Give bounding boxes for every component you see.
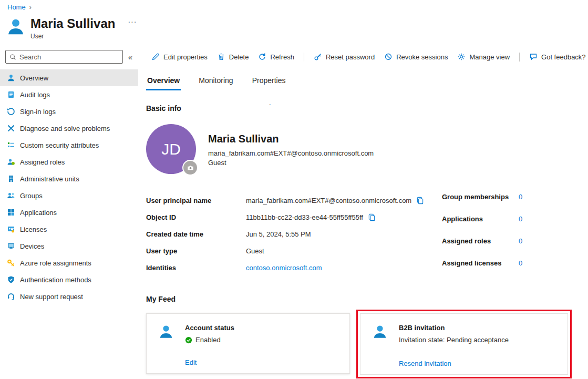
shield-icon (7, 275, 15, 284)
count-value[interactable]: 0 (519, 215, 522, 237)
count-row-assigned-roles: Assigned roles 0 (442, 237, 522, 259)
security-attributes-icon (7, 141, 15, 149)
sidebar-item-administrative-units[interactable]: Administrative units (0, 170, 138, 187)
assigned-roles-icon (7, 158, 15, 166)
count-label: Applications (442, 215, 519, 237)
stray-dot: . (269, 99, 271, 107)
count-list: Group memberships 0 Applications 0 Assig… (442, 192, 522, 281)
card-b2b-invitation: B2B invitation Invitation state: Pending… (360, 313, 568, 375)
sidebar-item-audit-logs[interactable]: Audit logs (0, 86, 138, 103)
toolbar-label: Refresh (270, 53, 294, 61)
card-title: Account status (185, 324, 341, 332)
sidebar-item-licenses[interactable]: Licenses (0, 221, 138, 238)
azure-user-overview-page: Home › Maria Sullivan ··· User « (0, 0, 588, 379)
sidebar-item-assigned-roles[interactable]: Assigned roles (0, 153, 138, 170)
highlight-box: B2B invitation Invitation state: Pending… (356, 310, 572, 378)
sidebar-nav: Overview Audit logs Sign-in logs Diagnos… (0, 69, 138, 305)
page-subtitle: User (30, 33, 137, 40)
field-label: Created date time (146, 230, 246, 238)
field-value: Guest (246, 247, 264, 255)
main-content: Edit properties Delete Refresh Reset pas… (146, 50, 588, 379)
camera-icon[interactable] (182, 160, 198, 176)
toolbar-label: Manage view (469, 53, 510, 61)
sidebar-item-label: Audit logs (20, 91, 50, 99)
sidebar-item-custom-security-attributes[interactable]: Custom security attributes (0, 137, 138, 153)
sidebar-item-label: Licenses (20, 226, 47, 233)
manage-view-button[interactable]: Manage view (457, 53, 510, 61)
more-options-button[interactable]: ··· (128, 17, 137, 26)
sidebar-item-label: New support request (20, 293, 83, 301)
sidebar-item-diagnose[interactable]: Diagnose and solve problems (0, 120, 138, 137)
field-label: Object ID (146, 213, 246, 221)
field-value: 11bb11bb-cc22-dd33-ee44-55ff55ff55ff (246, 213, 363, 221)
refresh-icon (258, 53, 266, 61)
collapse-sidebar-button[interactable]: « (125, 52, 136, 63)
identities-link[interactable]: contoso.onmicrosoft.com (246, 264, 322, 272)
person-icon (7, 74, 15, 82)
count-value[interactable]: 0 (519, 193, 522, 215)
sidebar-item-devices[interactable]: Devices (0, 238, 138, 254)
search-input[interactable] (19, 53, 119, 61)
sidebar-item-azure-role-assignments[interactable]: Azure role assignments (0, 254, 138, 271)
count-row-group-memberships: Group memberships 0 (442, 193, 522, 215)
sidebar: « Overview Audit logs Sign-in logs Diagn… (0, 50, 138, 379)
breadcrumb: Home › (7, 3, 32, 11)
field-row-user-principal-name: User principal name maria_fabrikam.com#E… (146, 192, 442, 209)
sidebar-item-groups[interactable]: Groups (0, 187, 138, 204)
card-account-status: Account status Enabled Edit (146, 313, 350, 374)
sidebar-item-label: Applications (20, 209, 57, 217)
toolbar-label: Revoke sessions (396, 53, 448, 61)
feedback-icon (529, 53, 538, 61)
toolbar-separator (519, 53, 520, 62)
sidebar-item-label: Azure role assignments (20, 259, 91, 267)
sidebar-item-applications[interactable]: Applications (0, 204, 138, 221)
key-icon (7, 259, 15, 267)
field-label: Identities (146, 264, 246, 272)
search-box (5, 50, 123, 64)
breadcrumb-home-link[interactable]: Home (7, 3, 26, 11)
profile-user-type: Guest (208, 159, 374, 167)
sidebar-item-label: Devices (20, 242, 44, 250)
trash-icon (217, 53, 225, 61)
sidebar-item-sign-in-logs[interactable]: Sign-in logs (0, 103, 138, 120)
resend-invitation-link[interactable]: Resend invitation (399, 360, 451, 367)
tab-properties[interactable]: Properties (251, 76, 287, 90)
diagnose-icon (7, 124, 15, 132)
got-feedback-button[interactable]: Got feedback? (529, 53, 586, 61)
sidebar-item-label: Diagnose and solve problems (20, 125, 110, 132)
sidebar-item-label: Authentication methods (20, 276, 91, 284)
copy-icon[interactable] (368, 213, 376, 221)
groups-icon (7, 191, 15, 200)
sidebar-item-new-support-request[interactable]: New support request (0, 288, 138, 305)
refresh-button[interactable]: Refresh (258, 53, 294, 61)
copy-icon[interactable] (416, 197, 424, 204)
person-icon (158, 324, 174, 340)
tab-overview[interactable]: Overview (146, 76, 181, 90)
field-row-identities: Identities contoso.onmicrosoft.com (146, 259, 442, 276)
count-value[interactable]: 0 (519, 259, 522, 281)
block-icon (384, 53, 393, 61)
tab-monitoring[interactable]: Monitoring (198, 76, 234, 90)
revoke-sessions-button[interactable]: Revoke sessions (384, 53, 448, 61)
sidebar-item-label: Groups (20, 192, 43, 200)
check-circle-icon (185, 336, 192, 344)
overview-panel: Basic info . JD Maria Sullivan maria_fab… (146, 90, 588, 378)
sidebar-item-label: Overview (20, 74, 48, 82)
edit-link[interactable]: Edit (185, 358, 197, 366)
avatar-initials: JD (161, 140, 181, 158)
sidebar-item-authentication-methods[interactable]: Authentication methods (0, 271, 138, 288)
search-icon (9, 54, 16, 60)
count-value[interactable]: 0 (519, 237, 522, 259)
audit-logs-icon (7, 90, 15, 99)
licenses-icon (7, 225, 15, 233)
reset-password-button[interactable]: Reset password (314, 53, 375, 61)
toolbar-label: Reset password (326, 53, 375, 61)
sidebar-item-label: Administrative units (20, 175, 79, 183)
edit-properties-button[interactable]: Edit properties (151, 53, 208, 61)
sidebar-item-overview[interactable]: Overview (0, 69, 138, 86)
tab-bar: Overview Monitoring Properties (146, 76, 588, 90)
toolbar-label: Got feedback? (541, 53, 586, 61)
delete-button[interactable]: Delete (217, 53, 249, 61)
chevron-right-icon: › (29, 4, 32, 11)
pencil-icon (151, 53, 160, 61)
